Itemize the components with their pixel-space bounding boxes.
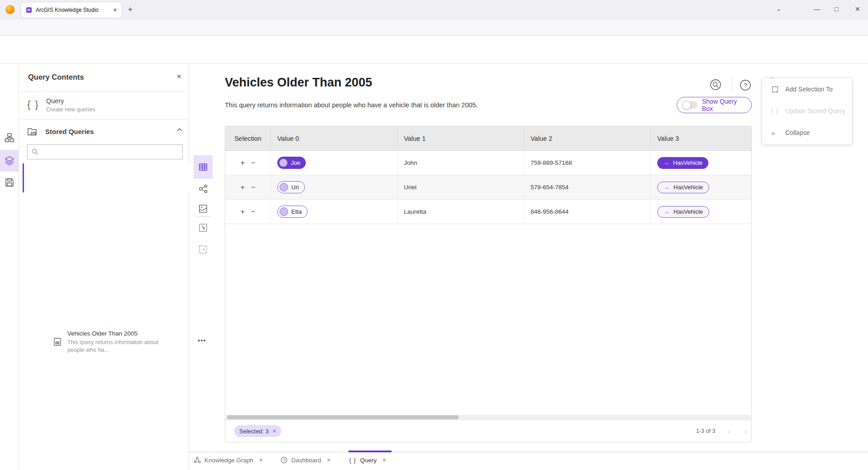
data-model-sitemap-icon[interactable]: [5, 133, 14, 143]
table-header-row: Selection Value 0 Value 1 Value 2 Value …: [225, 126, 751, 151]
selection-box-tool-icon[interactable]: [198, 245, 208, 254]
cell-value1: Lauretta: [398, 200, 524, 224]
dashboard-gauge-icon: [280, 456, 288, 464]
arrow-right-icon: →: [664, 184, 669, 191]
column-header-value1[interactable]: Value 1: [398, 126, 524, 150]
results-table-card: Selection Value 0 Value 1 Value 2 Value …: [225, 126, 752, 442]
page-previous-icon[interactable]: ‹: [728, 427, 730, 435]
list-tabs-icon[interactable]: ⌄: [776, 6, 781, 12]
favicon-knowledge-studio: [26, 7, 32, 13]
window-close-button[interactable]: ✕: [855, 5, 860, 13]
braces-icon: { }: [771, 107, 779, 115]
tab-close-icon[interactable]: ✕: [259, 457, 263, 463]
relationship-pill[interactable]: →HasVehicle: [657, 182, 709, 193]
new-tab-button[interactable]: +: [128, 5, 133, 13]
layers-icon: [5, 156, 14, 166]
tab-query-active[interactable]: { } Query ✕: [349, 456, 386, 464]
menu-item-add-selection-to[interactable]: Add Selection To: [762, 78, 852, 100]
remove-from-selection-icon[interactable]: −: [251, 159, 255, 167]
column-header-value0[interactable]: Value 0: [271, 126, 398, 150]
query-create-item[interactable]: { } Query Create new queries: [19, 91, 189, 120]
horizontal-scrollbar[interactable]: [226, 415, 751, 420]
knowledge-graph-icon: [194, 456, 201, 464]
tab-close-icon[interactable]: ✕: [113, 8, 117, 13]
entity-pill[interactable]: Joe: [277, 157, 306, 169]
column-header-value3[interactable]: Value 3: [651, 126, 751, 150]
add-selection-icon: [771, 86, 779, 93]
stored-queries-search-input[interactable]: [42, 149, 178, 155]
add-to-selection-icon[interactable]: +: [241, 159, 245, 167]
chevron-up-icon[interactable]: [176, 127, 183, 133]
panel-title: Query Contents: [28, 73, 84, 82]
relationship-pill[interactable]: →HasVehicle: [657, 157, 708, 169]
cell-value2: 759-889-57168: [524, 151, 651, 175]
table-row[interactable]: + − Uri Uriel 578-654-7854 →HasVehicle: [225, 175, 751, 200]
selected-count-chip[interactable]: Selected: 3 ✕: [234, 425, 281, 437]
toggle-track[interactable]: [683, 101, 698, 109]
menu-item-update-stored-query[interactable]: { } Update Stored Query: [762, 100, 852, 122]
toggle-label: Show Query Box: [702, 98, 746, 112]
browser-tab-bar: ArcGIS Knowledge Studio ✕ + ⌄ — □ ✕: [0, 0, 868, 19]
entity-avatar: [280, 207, 288, 216]
link-chart-tool-icon[interactable]: [198, 184, 208, 194]
tab-knowledge-graph[interactable]: Knowledge Graph ✕: [194, 456, 263, 464]
page-title: Vehicles Older Than 2005: [225, 76, 372, 90]
page-description: This query returns information about peo…: [225, 101, 478, 109]
map-tool-icon[interactable]: [198, 204, 208, 214]
left-icon-rail: »: [0, 64, 19, 470]
toggle-knob[interactable]: [682, 101, 691, 110]
cell-value1: Uriel: [398, 175, 524, 199]
tab-close-icon[interactable]: ✕: [382, 457, 387, 463]
entity-pill[interactable]: Uri: [277, 181, 305, 193]
stored-query-doc-icon: [53, 337, 62, 346]
cell-value2: 846-956-8644: [524, 200, 651, 224]
save-icon[interactable]: [5, 177, 14, 187]
window-minimize-button[interactable]: —: [814, 5, 820, 13]
entity-pill[interactable]: Etta: [277, 206, 308, 218]
relationship-pill[interactable]: →HasVehicle: [657, 206, 709, 218]
firefox-icon[interactable]: [5, 5, 14, 14]
remove-from-selection-icon[interactable]: −: [251, 208, 255, 216]
add-to-selection-icon[interactable]: +: [241, 183, 245, 192]
stored-query-list-item[interactable]: Vehicles Older Than 2005 This query retu…: [23, 163, 189, 192]
contents-layers-tab-selected[interactable]: [0, 150, 19, 172]
menu-item-collapse[interactable]: » Collapse: [762, 122, 852, 144]
page-next-icon[interactable]: ›: [745, 427, 747, 435]
tab-title: ArcGIS Knowledge Studio: [36, 7, 109, 13]
select-tool-icon[interactable]: [198, 223, 208, 233]
search-icon[interactable]: [709, 78, 723, 92]
stored-queries-search[interactable]: [27, 144, 183, 159]
window-maximize-button[interactable]: □: [835, 5, 838, 13]
panel-close-icon[interactable]: ✕: [176, 73, 182, 80]
tab-dashboard[interactable]: Dashboard ✕: [280, 456, 331, 464]
clear-selection-icon[interactable]: ✕: [272, 428, 276, 434]
help-icon[interactable]: ?: [739, 78, 752, 92]
browser-tab[interactable]: ArcGIS Knowledge Studio ✕: [21, 2, 122, 18]
cell-value1: John: [398, 151, 524, 175]
column-header-selection[interactable]: Selection: [225, 126, 271, 150]
header-divider: [732, 77, 732, 93]
add-to-selection-icon[interactable]: +: [241, 208, 245, 216]
browser-toolbar: ← → ⟳ https://dev0028833.esri.com/portal…: [0, 19, 868, 36]
more-options-icon[interactable]: •••: [198, 336, 206, 344]
active-tab-indicator: [348, 451, 392, 452]
stored-query-item-desc: This query returns information about peo…: [67, 339, 163, 354]
table-row[interactable]: + − Etta Lauretta 846-956-8644 →HasVehic…: [225, 200, 751, 224]
stored-query-item-title: Vehicles Older Than 2005: [67, 330, 138, 337]
svg-text:?: ?: [744, 82, 747, 89]
tab-close-icon[interactable]: ✕: [327, 457, 331, 463]
stored-queries-title: Stored Queries: [45, 128, 94, 135]
entity-avatar: [279, 158, 288, 167]
view-table-tool-selected[interactable]: [194, 155, 213, 179]
show-query-box-toggle[interactable]: Show Query Box: [677, 97, 752, 113]
column-header-value2[interactable]: Value 2: [524, 126, 651, 150]
stored-queries-folder-icon: [27, 126, 37, 136]
table-row[interactable]: + − Joe John 759-889-57168 →HasVehicle: [225, 151, 751, 175]
remove-from-selection-icon[interactable]: −: [251, 183, 255, 192]
table-icon: [198, 162, 208, 172]
pagination-range: 1-3 of 3: [696, 428, 715, 434]
query-contents-panel: [19, 64, 189, 470]
cell-value2: 578-654-7854: [524, 175, 651, 199]
scrollbar-thumb[interactable]: [227, 415, 459, 419]
braces-icon: { }: [27, 99, 39, 110]
